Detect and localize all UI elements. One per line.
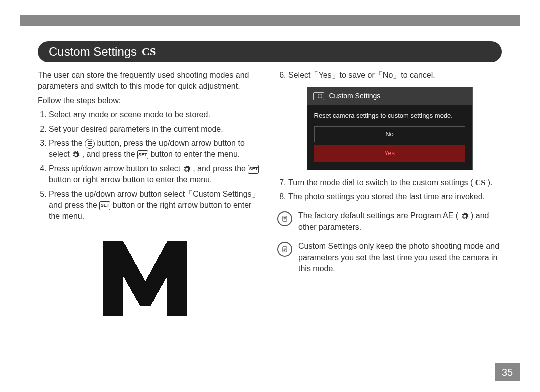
gear-icon xyxy=(183,165,191,173)
note-1: The factory default settings are Program… xyxy=(278,210,502,233)
step-3: Press the button, press the up/down arro… xyxy=(49,138,262,160)
content-columns: The user can store the frequently used s… xyxy=(38,70,502,357)
right-column: Select「Yes」to save or「No」to cancel. Cust… xyxy=(278,70,502,357)
set-button-icon: SET xyxy=(100,201,110,210)
note-icon xyxy=(278,242,292,257)
gear-icon xyxy=(461,212,469,220)
cs-badge-inline: CS xyxy=(476,178,486,187)
step-8: The photo settings you stored the last t… xyxy=(288,191,502,202)
step-4: Press up/down arrow button to select , a… xyxy=(49,163,262,186)
camera-icon xyxy=(314,92,324,100)
dialog-option-no: No xyxy=(314,126,466,142)
dialog-title: Custom Settings xyxy=(330,91,381,101)
section-badge: CS xyxy=(142,45,156,58)
section-title: Custom Settings xyxy=(49,45,137,59)
left-column: The user can store the frequently used s… xyxy=(38,70,262,357)
top-decor-bar xyxy=(20,15,520,26)
steps-list-left: Select any mode or scene mode to be stor… xyxy=(49,109,262,222)
note-2-text: Custom Settings only keep the photo shoo… xyxy=(298,241,502,274)
mode-m-graphic xyxy=(93,231,262,324)
camera-dialog-screenshot: Custom Settings Reset camera settings to… xyxy=(307,87,473,170)
footer-rule xyxy=(38,361,502,361)
dialog-titlebar: Custom Settings xyxy=(308,87,472,105)
step-1: Select any mode or scene mode to be stor… xyxy=(49,109,262,120)
step-5: Press the up/down arrow button select「Cu… xyxy=(49,189,262,222)
step-6: Select「Yes」to save or「No」to cancel. xyxy=(288,70,502,81)
dialog-options: No Yes xyxy=(308,126,472,169)
note-2: Custom Settings only keep the photo shoo… xyxy=(278,241,502,274)
section-header: Custom Settings CS xyxy=(38,41,502,62)
step-7: Turn the mode dial to switch to the cust… xyxy=(288,177,502,188)
steps-list-right-2: Turn the mode dial to switch to the cust… xyxy=(288,177,502,203)
note-icon xyxy=(278,211,292,226)
page-number: 35 xyxy=(495,363,520,381)
gear-icon xyxy=(72,151,80,159)
menu-button-icon xyxy=(85,139,95,149)
steps-list-right: Select「Yes」to save or「No」to cancel. xyxy=(288,70,502,81)
note-1-text: The factory default settings are Program… xyxy=(298,210,502,233)
follow-text: Follow the steps below: xyxy=(38,95,262,106)
dialog-option-yes: Yes xyxy=(314,145,466,161)
set-button-icon: SET xyxy=(138,150,148,159)
intro-text: The user can store the frequently used s… xyxy=(38,70,262,92)
dialog-body: Reset camera settings to custom settings… xyxy=(308,105,472,123)
set-button-icon: SET xyxy=(248,165,259,174)
step-2: Set your desired parameters in the curre… xyxy=(49,124,262,135)
